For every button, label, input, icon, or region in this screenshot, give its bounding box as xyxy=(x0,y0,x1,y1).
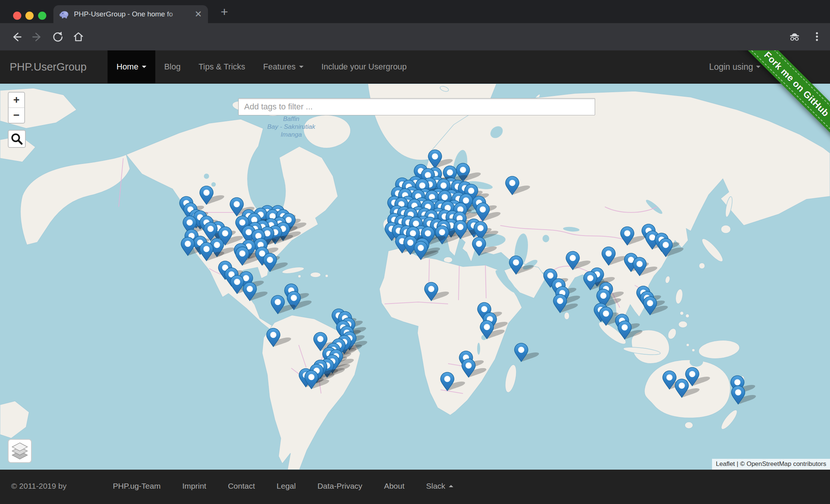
nav-item-label: Features xyxy=(263,50,296,83)
leaflet-map[interactable]: Baffin Bay - Saknirutiak Imanga + − Leaf… xyxy=(0,84,830,470)
search-control[interactable] xyxy=(8,130,26,148)
nav-item-home[interactable]: Home xyxy=(108,50,155,83)
menu-dots-icon[interactable] xyxy=(811,31,823,43)
footer-link-about[interactable]: About xyxy=(373,479,415,493)
incognito-icon xyxy=(789,31,801,43)
world-map xyxy=(0,84,830,470)
browser-chrome: PHP-UserGroup - One home fo ✕ + https://… xyxy=(0,0,830,50)
login-label: Login using xyxy=(709,50,753,83)
close-window-button[interactable] xyxy=(13,12,21,20)
nav-item-label: Tips & Tricks xyxy=(199,50,245,83)
browser-toolbar: https://php.ug xyxy=(0,23,830,50)
tab-strip: PHP-UserGroup - One home fo ✕ + xyxy=(0,0,830,23)
close-tab-icon[interactable]: ✕ xyxy=(195,5,202,23)
footer-link-data-privacy[interactable]: Data-Privacy xyxy=(307,479,373,493)
chevron-down-icon xyxy=(756,66,761,68)
map-marker[interactable] xyxy=(515,343,543,362)
copyright-text: © 2011-2019 by xyxy=(11,479,66,493)
footer-link-slack[interactable]: Slack xyxy=(415,479,464,493)
nav-item-include-your-usergroup[interactable]: Include your Usergroup xyxy=(313,50,416,83)
browser-tab[interactable]: PHP-UserGroup - One home fo ✕ xyxy=(53,5,208,23)
layers-icon xyxy=(9,440,31,462)
tab-title-fade xyxy=(166,5,189,23)
layers-control[interactable] xyxy=(8,439,32,463)
reload-icon[interactable] xyxy=(52,31,64,43)
back-icon[interactable] xyxy=(10,31,22,43)
page-content: PHP.UserGroup HomeBlogTips & TricksFeatu… xyxy=(0,50,830,504)
brand[interactable]: PHP.UserGroup xyxy=(10,50,87,83)
forward-icon[interactable] xyxy=(31,31,43,43)
nav-menu: HomeBlogTips & TricksFeaturesInclude you… xyxy=(108,50,416,83)
nav-item-tips-tricks[interactable]: Tips & Tricks xyxy=(190,50,254,83)
footer-link-php-ug-team[interactable]: PHP.ug-Team xyxy=(102,479,171,493)
chevron-up-icon xyxy=(449,485,453,487)
zoom-in-button[interactable]: + xyxy=(9,93,24,108)
new-tab-button[interactable]: + xyxy=(216,3,233,20)
fullscreen-window-button[interactable] xyxy=(38,12,46,20)
window-controls xyxy=(13,12,54,20)
nav-item-label: Home xyxy=(116,50,139,83)
minimize-window-button[interactable] xyxy=(25,12,34,20)
chevron-down-icon xyxy=(142,66,146,68)
footer-link-contact[interactable]: Contact xyxy=(217,479,265,493)
map-attribution[interactable]: Leaflet | © OpenStreetMap contributors xyxy=(712,459,830,470)
home-icon[interactable] xyxy=(72,31,84,43)
nav-item-features[interactable]: Features xyxy=(254,50,313,83)
footer-links: PHP.ug-TeamImprintContactLegalData-Priva… xyxy=(102,479,464,493)
footer-link-imprint[interactable]: Imprint xyxy=(171,479,217,493)
tag-filter xyxy=(238,98,595,115)
search-icon xyxy=(9,131,25,147)
zoom-out-button[interactable]: − xyxy=(9,108,24,123)
phpug-favicon xyxy=(59,9,69,19)
slack-label: Slack xyxy=(426,479,445,493)
footer: © 2011-2019 by PHP.ug-TeamImprintContact… xyxy=(0,470,830,504)
tag-filter-input[interactable] xyxy=(238,98,595,115)
footer-link-legal[interactable]: Legal xyxy=(266,479,307,493)
nav-item-blog[interactable]: Blog xyxy=(155,50,190,83)
nav-item-label: Blog xyxy=(164,50,181,83)
chevron-down-icon xyxy=(299,66,304,68)
continents xyxy=(0,84,830,470)
navbar: PHP.UserGroup HomeBlogTips & TricksFeatu… xyxy=(0,50,830,84)
nav-item-label: Include your Usergroup xyxy=(321,50,407,83)
zoom-control: + − xyxy=(8,92,25,124)
